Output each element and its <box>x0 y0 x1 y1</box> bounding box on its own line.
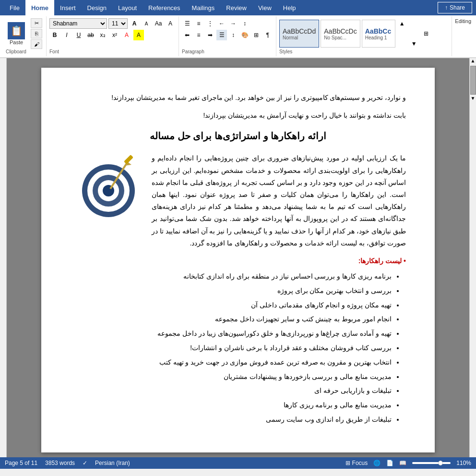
body-paragraph: ما یک ارزیابی اولیه در مورد پیش‌نیازهای … <box>152 152 406 249</box>
clear-format-button[interactable]: A <box>165 18 176 29</box>
tab-file[interactable]: File <box>4 0 25 15</box>
list-item: تبلیغات از طریق راه اندازی وب سایت رسمی <box>70 414 392 426</box>
multilevel-button[interactable]: ⋮ <box>205 18 215 29</box>
font-row-1: Shabnam 11 A A Aa A <box>49 18 176 29</box>
line-spacing-button[interactable]: ↕ <box>228 30 238 40</box>
toolbar: 📋 Paste ✂ ⎘ 🖌 Clipboard Shabnam 11 <box>0 15 476 58</box>
font-row-2: B I U ab x₂ x² A A <box>49 30 176 40</box>
list-item: انجام امور مربوط به چینش کتب و سایر تجهی… <box>70 314 392 325</box>
bold-button[interactable]: B <box>49 30 60 40</box>
page-label: Page 5 of 11 <box>5 460 37 466</box>
view-read-button[interactable]: 📖 <box>399 460 406 466</box>
top-paragraph-1: و نوارد، تحریر و سیستم‌های کامپیوتری را … <box>70 92 406 104</box>
paste-icon: 📋 <box>8 22 25 39</box>
list-item: بررسی کتاب فروشان مختلف و عقد قرارداد با… <box>70 342 392 354</box>
para-row-1: ☰ ≡ ⋮ ← → ↕ <box>182 18 273 29</box>
editing-label: Editing <box>455 18 471 24</box>
editing-group: Editing <box>452 16 474 56</box>
list-item: انتخاب بهترین و مقرون به صرفه ترین عمده … <box>70 357 392 368</box>
scroll-down-button[interactable]: ▼ <box>470 96 476 102</box>
word-count: 3853 words <box>45 460 75 466</box>
view-web-button[interactable]: 🌐 <box>373 460 381 466</box>
tab-references[interactable]: References <box>143 0 186 15</box>
tab-view[interactable]: View <box>252 0 277 15</box>
justify-button[interactable]: ☰ <box>216 30 227 40</box>
font-size-select[interactable]: 11 <box>108 18 128 29</box>
underline-button[interactable]: U <box>73 30 84 40</box>
left-ruler <box>0 58 7 457</box>
align-left-button[interactable]: ⬅ <box>182 30 192 40</box>
language-indicator: Persian (Iran) <box>95 460 130 466</box>
clipboard-small-buttons: ✂ ⎘ 🖌 <box>31 18 42 49</box>
list-item: تبلیغات و بازاریابی حرفه ای <box>70 385 392 397</box>
style-h1-preview: AaBbCc <box>365 27 391 35</box>
body-text: ما یک ارزیابی اولیه در مورد پیش‌نیازهای … <box>152 152 406 249</box>
italic-button[interactable]: I <box>61 30 72 40</box>
zoom-thumb <box>438 461 443 465</box>
tab-design[interactable]: Design <box>82 0 112 15</box>
strikethrough-button[interactable]: ab <box>85 30 96 40</box>
print-icon: 📄 <box>386 460 393 466</box>
format-painter-button[interactable]: 🖌 <box>31 39 42 49</box>
page-indicator: Page 5 of 11 <box>5 460 37 466</box>
list-item: تهیه مکان پروژه و انجام کارهای مقدماتی د… <box>70 300 392 311</box>
focus-button[interactable]: ⊞ Focus <box>345 460 368 466</box>
sort-button[interactable]: ↕ <box>239 18 250 29</box>
styles-expand[interactable]: ⊞ <box>421 28 431 39</box>
tab-insert[interactable]: Insert <box>54 0 82 15</box>
numbering-button[interactable]: ≡ <box>193 18 204 29</box>
shading-button[interactable]: 🎨 <box>239 30 250 40</box>
page-content: و نوارد، تحریر و سیستم‌های کامپیوتری را … <box>70 92 406 426</box>
superscript-button[interactable]: x² <box>109 30 120 40</box>
tab-review[interactable]: Review <box>220 0 252 15</box>
bullets-button[interactable]: ☰ <box>182 18 192 29</box>
font-grow-button[interactable]: A <box>129 18 140 29</box>
list-title: • لیست راهکارها: <box>70 255 406 267</box>
font-shrink-button[interactable]: A <box>141 18 152 29</box>
highlight-button[interactable]: A <box>133 30 144 40</box>
spelling-icon[interactable]: ✓ <box>83 460 87 466</box>
scroll-up-button[interactable]: ▲ <box>470 58 476 65</box>
tab-layout[interactable]: Layout <box>112 0 143 15</box>
list-item: برنامه ریزی کارها و بررسی احساس نیاز در … <box>70 271 392 282</box>
focus-icon: ⊞ <box>345 460 350 466</box>
cut-button[interactable]: ✂ <box>31 18 42 28</box>
borders-button[interactable]: ⊞ <box>251 30 262 40</box>
clipboard-top: 📋 Paste ✂ ⎘ 🖌 <box>6 18 42 49</box>
tab-home[interactable]: Home <box>25 0 54 15</box>
paragraph-group: ☰ ≡ ⋮ ← → ↕ ⬅ ≡ ➡ ☰ ↕ 🎨 ⊞ ¶ Paragraph <box>179 16 276 56</box>
font-family-select[interactable]: Shabnam <box>49 18 107 29</box>
change-case-button[interactable]: Aa <box>153 18 164 29</box>
paste-button[interactable]: 📋 Paste <box>6 20 27 47</box>
view-print-button[interactable]: 📄 <box>386 460 393 466</box>
clipboard-group-label: Clipboard <box>6 49 26 54</box>
right-scrollbar[interactable]: ▲ ▼ <box>469 58 476 457</box>
style-heading1-button[interactable]: AaBbCc Heading 1 <box>362 20 395 48</box>
align-right-button[interactable]: ➡ <box>205 30 215 40</box>
target-svg <box>75 152 142 220</box>
top-paragraph-2: بابت نداشته و بتوانند با خیال راحت و نها… <box>70 110 406 122</box>
align-center-button[interactable]: ≡ <box>193 30 204 40</box>
styles-group-label: Styles <box>279 49 449 54</box>
increase-indent-button[interactable]: → <box>228 18 238 29</box>
tab-help[interactable]: Help <box>277 0 302 15</box>
styles-scroll-down[interactable]: ▼ <box>409 38 419 49</box>
style-nospace-label: No Spac... <box>324 35 346 40</box>
share-button[interactable]: ↑ Share <box>438 2 472 13</box>
zoom-slider[interactable] <box>412 462 451 464</box>
styles-scroll-up[interactable]: ▲ <box>397 18 407 29</box>
bullet-list: برنامه ریزی کارها و بررسی احساس نیاز در … <box>70 271 406 426</box>
font-color-button[interactable]: A <box>121 30 132 40</box>
subscript-button[interactable]: x₂ <box>97 30 108 40</box>
scroll-thumb[interactable] <box>470 66 476 95</box>
focus-label: Focus <box>352 460 368 466</box>
decrease-indent-button[interactable]: ← <box>216 18 227 29</box>
style-normal-button[interactable]: AaBbCcDd Normal <box>279 20 319 48</box>
copy-button[interactable]: ⎘ <box>31 29 42 38</box>
page-container: و نوارد، تحریر و سیستم‌های کامپیوتری را … <box>7 58 469 457</box>
tab-mailings[interactable]: Mailings <box>186 0 221 15</box>
target-image <box>70 152 142 223</box>
show-marks-button[interactable]: ¶ <box>262 30 273 40</box>
page[interactable]: و نوارد، تحریر و سیستم‌های کامپیوتری را … <box>41 68 435 452</box>
style-nospace-button[interactable]: AaBbCcDc No Spac... <box>321 20 360 48</box>
